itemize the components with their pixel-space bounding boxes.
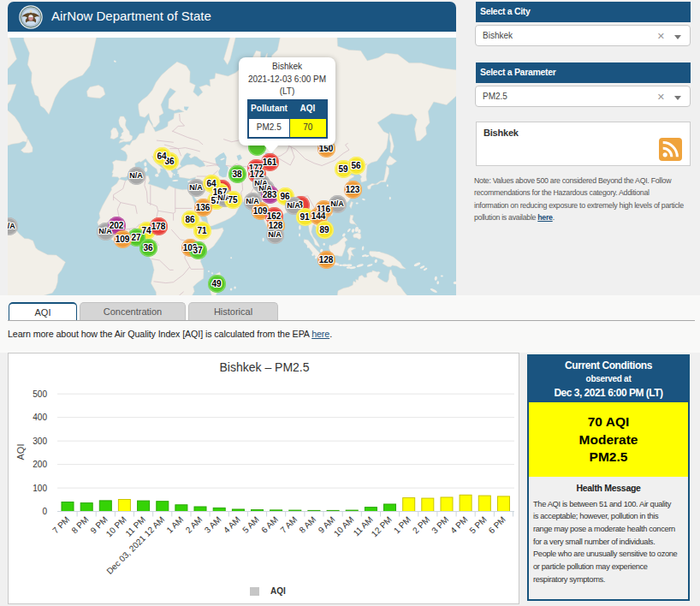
svg-text:10 AM: 10 AM <box>332 514 356 538</box>
svg-text:100: 100 <box>33 484 47 493</box>
svg-text:4 PM: 4 PM <box>448 514 469 535</box>
svg-text:5 PM: 5 PM <box>467 514 488 535</box>
svg-text:7 PM: 7 PM <box>50 514 71 535</box>
svg-text:200: 200 <box>33 460 47 469</box>
svg-text:500: 500 <box>33 389 47 399</box>
svg-text:2 AM: 2 AM <box>184 514 205 535</box>
svg-text:6 PM: 6 PM <box>487 514 507 535</box>
svg-text:AQI: AQI <box>270 586 286 596</box>
svg-text:1 PM: 1 PM <box>392 514 412 535</box>
svg-text:3 AM: 3 AM <box>203 514 223 535</box>
svg-text:Bishkek – PM2.5: Bishkek – PM2.5 <box>219 360 309 374</box>
svg-text:300: 300 <box>33 437 47 446</box>
svg-text:12 PM: 12 PM <box>370 514 394 538</box>
svg-text:AQI: AQI <box>15 444 26 460</box>
svg-text:5 AM: 5 AM <box>240 514 261 535</box>
svg-text:2 PM: 2 PM <box>411 514 431 535</box>
svg-text:6 AM: 6 AM <box>259 514 280 535</box>
svg-text:0: 0 <box>42 507 47 516</box>
svg-text:1 AM: 1 AM <box>164 514 185 535</box>
svg-text:8 PM: 8 PM <box>69 514 90 535</box>
svg-text:8 AM: 8 AM <box>297 514 317 535</box>
svg-text:3 PM: 3 PM <box>430 514 450 535</box>
svg-text:400: 400 <box>33 413 47 422</box>
svg-text:7 AM: 7 AM <box>278 514 299 535</box>
svg-text:4 AM: 4 AM <box>222 514 242 535</box>
svg-text:10 PM: 10 PM <box>104 514 128 538</box>
